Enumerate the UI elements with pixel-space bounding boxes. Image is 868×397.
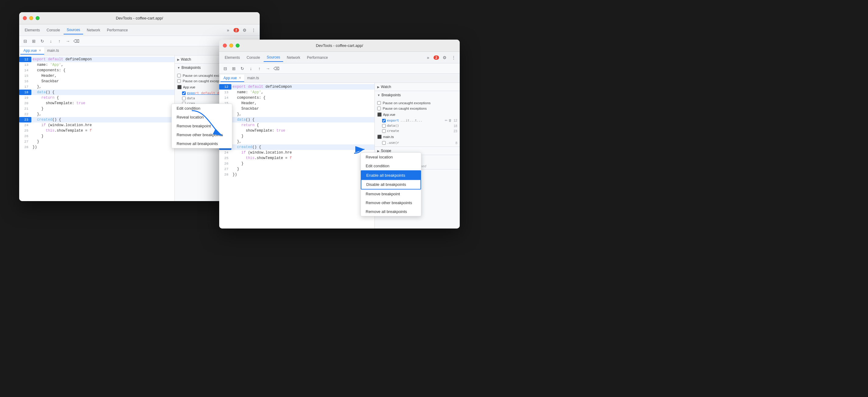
pause-caught-check-1[interactable]	[177, 79, 181, 83]
code-editor-2[interactable]: 12 export default defineCompon 13 name: …	[219, 83, 374, 228]
tab-network-1[interactable]: Network	[84, 26, 103, 34]
tab-performance-1[interactable]: Performance	[104, 26, 131, 34]
tab-sources-2[interactable]: Sources	[264, 53, 283, 62]
ctx-remove-all-1[interactable]: Remove all breakpoints	[172, 139, 232, 148]
split-icon-1[interactable]: ⊞	[30, 37, 37, 45]
code-line-26-2: 26 }	[219, 161, 374, 166]
context-menu-2: Reveal location Edit condition Enable al…	[361, 152, 422, 216]
code-line-15-2: 15 Header,	[219, 101, 374, 106]
code-line-25-1: 25 this.showTemplate = f	[19, 128, 175, 134]
bp-line-1-2: 12	[454, 118, 457, 122]
tab-bar-icons-2: » 2 ⚙ ⋮	[425, 54, 457, 61]
tab-console-1[interactable]: Console	[43, 26, 63, 34]
file-tabs-2: App.vue ✕ main.ts	[219, 74, 460, 83]
tab-performance-2[interactable]: Performance	[304, 54, 331, 61]
tab-console-2[interactable]: Console	[244, 54, 263, 61]
maints-bp-group-2[interactable]: ⬛ main.ts	[377, 134, 457, 140]
bp-line-2-2: 18	[454, 124, 457, 127]
file-tab-appvue-1[interactable]: App.vue ✕	[21, 47, 44, 55]
ctx-disable-all-2[interactable]: Disable all breakpoints	[362, 180, 421, 189]
ctx-remove-other-1[interactable]: Remove other breakpoints	[172, 131, 232, 139]
step-out-icon-2[interactable]: ↑	[256, 65, 263, 72]
file-tab-appvue-2[interactable]: App.vue ✕	[220, 75, 244, 82]
settings-icon-1[interactable]: ⚙	[241, 27, 248, 34]
overflow-icon-1[interactable]: ⋮	[250, 27, 257, 34]
code-line-28-2: 28 })	[219, 172, 374, 177]
code-line-26-1: 26 }	[19, 134, 175, 139]
deactivate-icon-1[interactable]: ⌫	[73, 37, 80, 45]
step-over-icon-1[interactable]: ↻	[39, 37, 46, 45]
bp-check-3-2[interactable]	[382, 129, 386, 133]
pause-caught-label-2: Pause on caught exceptions	[383, 107, 427, 110]
code-editor-1[interactable]: 12 export default defineCompon 13 name: …	[19, 55, 175, 201]
watch-label-1: Watch	[181, 57, 191, 61]
step-into-icon-2[interactable]: ↓	[247, 65, 254, 72]
code-line-22-2: 22 },	[219, 139, 374, 144]
tab-elements-1[interactable]: Elements	[22, 26, 43, 34]
appvue-breakpoints-2: export ...it...t... ✏ 🗑 12 data() 18 cre…	[377, 118, 457, 134]
sidebar-toggle-icon-1[interactable]: ⊟	[22, 37, 29, 45]
appvue-bp-group-2[interactable]: ⬛ App.vue	[377, 111, 457, 118]
file-tab-appvue-close-2[interactable]: ✕	[239, 76, 241, 80]
deactivate-icon-2[interactable]: ⌫	[273, 65, 280, 72]
code-line-13-2: 13 name: 'App',	[219, 90, 374, 95]
bp-check-4-2[interactable]	[382, 141, 386, 145]
tab-elements-2[interactable]: Elements	[222, 54, 243, 61]
bp-check-1-1[interactable]	[182, 91, 186, 95]
ctx-enable-all-2[interactable]: Enable all breakpoints	[362, 171, 421, 180]
maximize-button-1[interactable]	[36, 16, 39, 20]
pause-uncaught-check-1[interactable]	[177, 74, 181, 77]
ctx-remove-other-2[interactable]: Remove other breakpoints	[361, 198, 421, 207]
bp-check-2-1[interactable]	[182, 96, 186, 100]
code-line-17-1: 17 },	[19, 84, 175, 90]
bp-check-1-2[interactable]	[382, 119, 386, 122]
minimize-button-2[interactable]	[229, 44, 233, 48]
close-button-1[interactable]	[23, 16, 27, 20]
ctx-remove-bp-2[interactable]: Remove breakpoint	[361, 190, 421, 198]
tab-sources-1[interactable]: Sources	[64, 26, 83, 34]
code-line-21-1: 21 }	[19, 106, 175, 112]
bp-check-2-2[interactable]	[382, 124, 386, 127]
ctx-edit-condition-2[interactable]: Edit condition	[361, 162, 421, 170]
appvue-bp-label-1: App.vue	[183, 85, 195, 89]
pause-uncaught-check-2[interactable]	[377, 101, 381, 105]
code-lines-1: 12 export default defineCompon 13 name: …	[19, 55, 175, 151]
breakpoints-header-2[interactable]: ▼ Breakpoints	[375, 91, 460, 99]
minimize-button-1[interactable]	[29, 16, 33, 20]
more-tabs-icon-1[interactable]: »	[224, 27, 232, 34]
step-icon-2[interactable]: →	[264, 65, 272, 72]
code-line-17-2: 17 },	[219, 112, 374, 117]
step-icon-1[interactable]: →	[64, 37, 71, 45]
pause-caught-check-2[interactable]	[377, 107, 381, 110]
tab-network-2[interactable]: Network	[284, 54, 303, 61]
code-line-20-2: 20 showTemplate: true	[219, 128, 374, 134]
bp-item-3-2: create 23	[382, 128, 457, 134]
sidebar-toggle-icon-2[interactable]: ⊟	[222, 65, 229, 72]
watch-chevron-1: ▶	[177, 58, 180, 61]
more-tabs-icon-2[interactable]: »	[425, 54, 432, 61]
settings-icon-2[interactable]: ⚙	[441, 54, 448, 61]
overflow-icon-2[interactable]: ⋮	[450, 54, 457, 61]
code-line-14-2: 14 components: {	[219, 95, 374, 101]
step-over-icon-2[interactable]: ↻	[239, 65, 246, 72]
file-tab-appvue-label-2: App.vue	[223, 76, 237, 80]
step-into-icon-1[interactable]: ↓	[47, 37, 55, 45]
ctx-reveal-location-1[interactable]: Reveal location	[172, 113, 232, 121]
ctx-edit-condition-1[interactable]: Edit condition	[172, 104, 232, 113]
maints-bp-label-2: main.ts	[383, 135, 394, 139]
ctx-remove-bp-1[interactable]: Remove breakpoint	[172, 121, 232, 131]
ctx-remove-all-2[interactable]: Remove all breakpoints	[361, 207, 421, 216]
code-line-28-1: 28 })	[19, 144, 175, 150]
ctx-reveal-location-2[interactable]: Reveal location	[361, 153, 421, 162]
split-icon-2[interactable]: ⊞	[230, 65, 238, 72]
close-button-2[interactable]	[223, 44, 227, 48]
file-tab-maints-1[interactable]: main.ts	[44, 47, 62, 55]
file-tab-maints-2[interactable]: main.ts	[244, 75, 262, 82]
file-tab-appvue-close-1[interactable]: ✕	[39, 49, 41, 52]
step-out-icon-1[interactable]: ↑	[56, 37, 63, 45]
window-title-2: DevTools - coffee-cart.app/	[316, 43, 363, 48]
breakpoints-section-2: ▼ Breakpoints Pause on uncaught exceptio…	[375, 91, 460, 147]
bp-line-4-2: 8	[456, 141, 457, 145]
watch-header-2[interactable]: ▶ Watch	[375, 83, 460, 91]
maximize-button-2[interactable]	[236, 44, 240, 48]
